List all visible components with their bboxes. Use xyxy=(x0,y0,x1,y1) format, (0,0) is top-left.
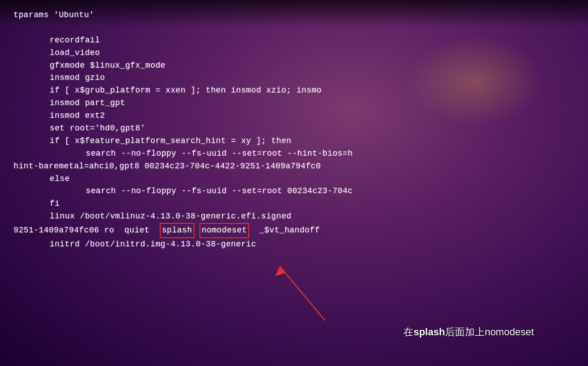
svg-marker-1 xyxy=(275,266,285,276)
code-line-else: else xyxy=(14,173,574,185)
splash-highlight: splash xyxy=(160,223,194,238)
code-line-hint-baremetal: hint-baremetal=ahci0,gpt8 00234c23-704c-… xyxy=(14,160,574,173)
terminal-output: tparams 'Ubuntu' recordfail load_video g… xyxy=(0,0,588,260)
code-line-insmod-ext2: insmod ext2 xyxy=(14,110,574,122)
annotation-label: 在splash后面加上nomodeset xyxy=(403,325,534,339)
code-line-if-feature: if [ x$feature_platform_search_hint = xy… xyxy=(14,135,574,148)
code-line-insmod-partgpt: insmod part_gpt xyxy=(14,97,574,110)
code-line-initrd: initrd /boot/initrd.img-4.13.0-38-generi… xyxy=(14,238,574,251)
annotation-arrow xyxy=(253,257,352,329)
code-line-if-grub: if [ x$grub_platform = xxen ]; then insm… xyxy=(14,84,574,97)
code-line-set-root: set root='hd0,gpt8' xyxy=(14,122,574,135)
nomodeset-highlight: nomodeset xyxy=(199,223,249,238)
code-line-1: tparams 'Ubuntu' xyxy=(14,9,574,22)
code-line-boot-params: 9251-1409a794fc06 ro quiet splash nomode… xyxy=(14,223,574,238)
code-line-gfxmode: gfxmode $linux_gfx_mode xyxy=(14,60,574,72)
code-line-fi: fi xyxy=(14,198,574,210)
code-line-blank xyxy=(14,22,574,34)
code-line-search-1: search --no-floppy --fs-uuid --set=root … xyxy=(14,148,574,160)
screen: tparams 'Ubuntu' recordfail load_video g… xyxy=(0,0,588,366)
code-line-search-2: search --no-floppy --fs-uuid --set=root … xyxy=(14,185,574,198)
svg-line-0 xyxy=(280,266,325,320)
code-line-loadvideo: load_video xyxy=(14,47,574,60)
code-line-linux: linux /boot/vmlinuz-4.13.0-38-generic.ef… xyxy=(14,210,574,223)
code-line-insmod-gzio: insmod gzio xyxy=(14,72,574,84)
code-line-recordfail: recordfail xyxy=(14,34,574,47)
